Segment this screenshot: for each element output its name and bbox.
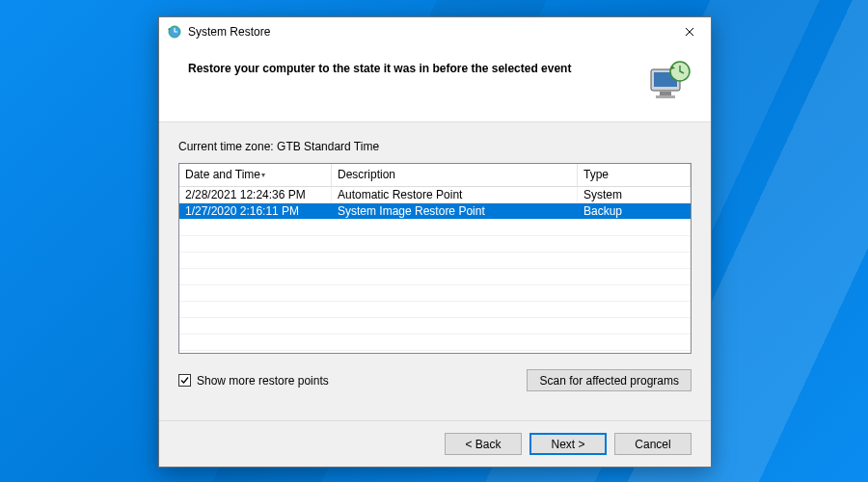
close-button[interactable] (667, 17, 711, 45)
titlebar: System Restore (159, 17, 711, 46)
svg-rect-3 (660, 92, 671, 95)
empty-row (179, 236, 691, 253)
empty-row (179, 285, 691, 302)
empty-row (179, 220, 691, 236)
scan-affected-programs-button[interactable]: Scan for affected programs (527, 369, 692, 391)
window-title: System Restore (188, 25, 270, 39)
cell-description: Automatic Restore Point (332, 187, 578, 202)
show-more-label: Show more restore points (197, 374, 329, 388)
cell-date: 2/28/2021 12:24:36 PM (179, 187, 332, 202)
column-header-type[interactable]: Type (578, 164, 691, 186)
show-more-checkbox[interactable]: Show more restore points (178, 374, 329, 388)
list-rows: 2/28/2021 12:24:36 PM Automatic Restore … (179, 187, 691, 351)
system-restore-window: System Restore Restore your computer to … (158, 16, 712, 468)
empty-row (179, 302, 691, 318)
table-row[interactable]: 1/27/2020 2:16:11 PM System Image Restor… (179, 203, 691, 220)
wizard-body: Current time zone: GTB Standard Time Dat… (159, 122, 711, 420)
close-icon (685, 27, 694, 37)
system-restore-icon (167, 24, 182, 40)
empty-row (179, 269, 691, 285)
list-header: Date and Time▾ Description Type (179, 164, 691, 187)
column-header-description[interactable]: Description (332, 164, 578, 186)
cancel-button[interactable]: Cancel (614, 433, 692, 455)
wizard-footer: < Back Next > Cancel (159, 420, 711, 467)
cell-description: System Image Restore Point (332, 203, 578, 219)
column-header-description-label: Description (338, 168, 395, 181)
next-button[interactable]: Next > (529, 433, 607, 455)
empty-row (179, 335, 691, 351)
list-footer: Show more restore points Scan for affect… (178, 369, 692, 391)
cell-type: System (578, 187, 691, 202)
checkbox-icon (178, 374, 191, 387)
sort-desc-icon: ▾ (261, 171, 265, 179)
table-row[interactable]: 2/28/2021 12:24:36 PM Automatic Restore … (179, 187, 691, 203)
cell-date: 1/27/2020 2:16:11 PM (179, 203, 332, 219)
wizard-heading: Restore your computer to the state it wa… (188, 60, 634, 75)
restore-points-list[interactable]: Date and Time▾ Description Type 2/28/202… (178, 163, 692, 354)
timezone-label: Current time zone: GTB Standard Time (178, 140, 692, 153)
column-header-type-label: Type (583, 168, 609, 181)
cell-type: Backup (578, 203, 691, 219)
empty-row (179, 318, 691, 335)
wizard-header: Restore your computer to the state it wa… (159, 46, 711, 122)
svg-rect-4 (656, 95, 675, 98)
empty-row (179, 253, 691, 269)
back-button[interactable]: < Back (445, 433, 522, 455)
column-header-date-label: Date and Time (185, 168, 260, 181)
restore-monitor-icon (645, 60, 692, 100)
column-header-date[interactable]: Date and Time▾ (179, 164, 332, 186)
